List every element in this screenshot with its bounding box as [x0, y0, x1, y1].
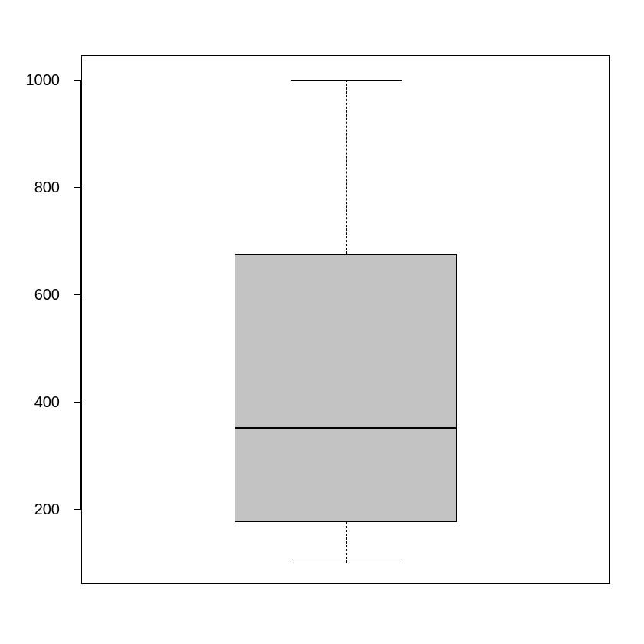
box-iqr [235, 254, 457, 522]
y-tick [74, 509, 81, 510]
whisker-lower-stem [346, 522, 347, 563]
y-tick [74, 80, 81, 80]
whisker-upper-cap [291, 80, 402, 80]
y-tick-label: 800 [34, 178, 60, 196]
whisker-upper-stem [346, 80, 347, 255]
y-tick [74, 402, 81, 402]
y-tick-label: 200 [34, 500, 60, 518]
y-tick [74, 294, 81, 295]
y-tick-label: 600 [34, 285, 60, 303]
y-tick-label: 1000 [26, 71, 61, 88]
y-tick [74, 187, 81, 188]
y-tick-label: 400 [34, 393, 60, 410]
median-line [235, 427, 457, 429]
whisker-lower-cap [291, 563, 402, 564]
